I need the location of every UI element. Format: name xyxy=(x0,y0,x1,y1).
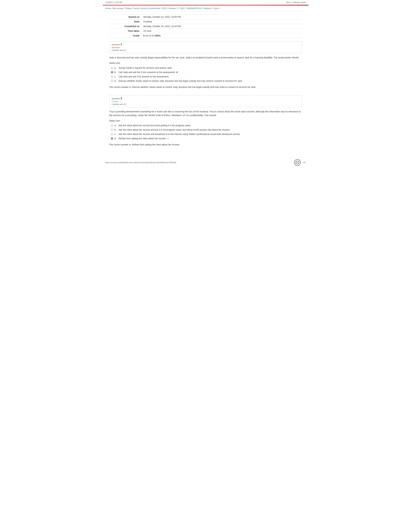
breadcrumb-home[interactable]: Home xyxy=(105,7,111,10)
attempt-info-table: Started on Monday, October 24, 2022, 10:… xyxy=(109,15,302,38)
question-2-text: Troy is providing bereavement counseling… xyxy=(109,110,302,117)
grade-label: Grade xyxy=(109,33,141,38)
breadcrumb-school[interactable]: Carver School of Social Work xyxy=(133,7,160,10)
option-q2-a-text: Ask the client about her income but avoi… xyxy=(119,124,191,127)
state-row: State Finished xyxy=(109,19,302,24)
completed-on-value: Monday, October 24, 2022, 10:20 PM xyxy=(141,24,302,29)
option-q1-d-text: Discuss whether Xavier wants to involve … xyxy=(119,79,243,83)
time-taken-label: Time taken xyxy=(109,29,141,33)
radio-q2-b[interactable] xyxy=(111,129,113,131)
question-1-select-label: Select one: xyxy=(109,61,302,65)
option-q2-c-text: Ask the client about her income and broa… xyxy=(119,133,241,136)
option-q1-b-text: Call Jody and ask her if she consents to… xyxy=(119,71,176,74)
question-1-option-a: a. Accept Xavier's request for services … xyxy=(111,66,302,70)
breadcrumb-year[interactable]: 2022 xyxy=(162,7,167,10)
question-2-box: Question 2 Correct 1 points out of 1 xyxy=(109,95,302,107)
question-1-label: Question 1 xyxy=(112,43,299,46)
correct-icon-q2: ✔ xyxy=(167,137,169,140)
footer-bar: https://courses.campbellsville.edu/mod/q… xyxy=(103,158,308,167)
question-1-correct-answer: The correct answer is: Discuss whether X… xyxy=(109,85,302,89)
question-1-option-b: b. Call Jody and ask her if she consents… xyxy=(111,71,302,74)
question-1-text: Jody is divorced and has sole custody (l… xyxy=(109,56,302,59)
question-2-options: a. Ask the client about her income but a… xyxy=(111,124,302,140)
browser-timestamp: 11/28/22, 11:03 AM xyxy=(105,1,122,4)
question-2-correct-answer: The correct answer is: Refrain from aski… xyxy=(109,143,302,146)
page-title: Quiz 2: Attempt review xyxy=(286,1,306,4)
started-on-label: Started on xyxy=(109,15,141,19)
question-1-options: a. Accept Xavier's request for services … xyxy=(111,66,302,83)
radio-q2-d[interactable] xyxy=(111,137,113,140)
radio-q1-a[interactable] xyxy=(111,67,113,69)
main-content: Started on Monday, October 24, 2022, 10:… xyxy=(103,11,308,153)
question-2-option-c: c. Ask the client about her income and b… xyxy=(111,133,302,136)
question-1-status: Incorrect xyxy=(112,46,299,49)
time-taken-row: Time taken 15 mins xyxy=(109,29,302,33)
breadcrumb-online[interactable]: Online xyxy=(125,7,131,10)
radio-q1-c[interactable] xyxy=(111,76,113,78)
footer-icon xyxy=(294,159,301,166)
question-2-label: Question 2 xyxy=(112,97,299,100)
radio-q2-c[interactable] xyxy=(111,133,113,135)
question-1-points: 0 points out of 1 xyxy=(112,49,299,51)
question-2-option-a: a. Ask the client about her income but a… xyxy=(111,124,302,127)
breadcrumb-course[interactable]: SWK66587FA22 xyxy=(186,7,202,10)
breadcrumb-quiz[interactable]: Quiz 2 xyxy=(214,7,220,10)
state-label: State xyxy=(109,19,141,24)
option-q1-a-text: Accept Xavier's request for services and… xyxy=(119,66,172,70)
top-bar: 11/28/22, 11:03 AM Quiz 2: Attempt revie… xyxy=(103,0,308,5)
wrong-icon-q1: ✖ xyxy=(176,71,178,74)
breadcrumb-mycourses: My courses xyxy=(113,7,123,10)
option-q2-d-text: Refrain from asking the client about her… xyxy=(119,137,167,140)
state-value: Finished xyxy=(141,19,302,24)
question-2-select-label: Select one: xyxy=(109,119,302,123)
question-2-body: Troy is providing bereavement counseling… xyxy=(109,110,302,147)
question-1-option-c: c. Call Jack and ask if he assents to th… xyxy=(111,75,302,78)
radio-q1-d[interactable] xyxy=(111,80,113,82)
question-2-option-b: b. Ask the client about her income and p… xyxy=(111,128,302,132)
completed-on-row: Completed on Monday, October 24, 2022, 1… xyxy=(109,24,302,29)
started-on-value: Monday, October 24, 2022, 10:05 PM xyxy=(141,15,302,19)
started-on-row: Started on Monday, October 24, 2022, 10:… xyxy=(109,15,302,19)
option-q2-b-text: Ask the client about her income and put … xyxy=(119,128,230,132)
question-1-option-d: d. Discuss whether Xavier wants to invol… xyxy=(111,79,302,83)
question-2-status: Correct xyxy=(112,100,299,103)
spacer-1 xyxy=(109,92,302,95)
radio-q1-b[interactable] xyxy=(111,71,113,73)
grade-row: Grade 6 out of 10 (60%) xyxy=(109,33,302,38)
grade-value: 6 out of 10 (60%) xyxy=(141,33,302,38)
footer-page: 1/5 xyxy=(303,162,306,163)
option-q1-c-text: Call Jack and ask if he assents to the a… xyxy=(119,75,169,78)
question-1-box: Question 1 Incorrect 0 points out of 1 xyxy=(109,41,302,53)
question-1-body: Jody is divorced and has sole custody (l… xyxy=(109,56,302,89)
completed-on-label: Completed on xyxy=(109,24,141,29)
question-2-option-d: d. Refrain from asking the client about … xyxy=(111,137,302,140)
radio-q2-a[interactable] xyxy=(111,124,113,127)
breadcrumb: Home / My courses / Online / Carver Scho… xyxy=(103,6,308,11)
time-taken-value: 15 mins xyxy=(141,29,302,33)
breadcrumb-date[interactable]: October 17, 2022 xyxy=(168,7,185,10)
footer-url: https://courses.campbellsville.edu/mod/q… xyxy=(105,162,176,163)
question-2-points: 1 points out of 1 xyxy=(112,103,299,105)
breadcrumb-module[interactable]: Module 2 xyxy=(204,7,212,10)
